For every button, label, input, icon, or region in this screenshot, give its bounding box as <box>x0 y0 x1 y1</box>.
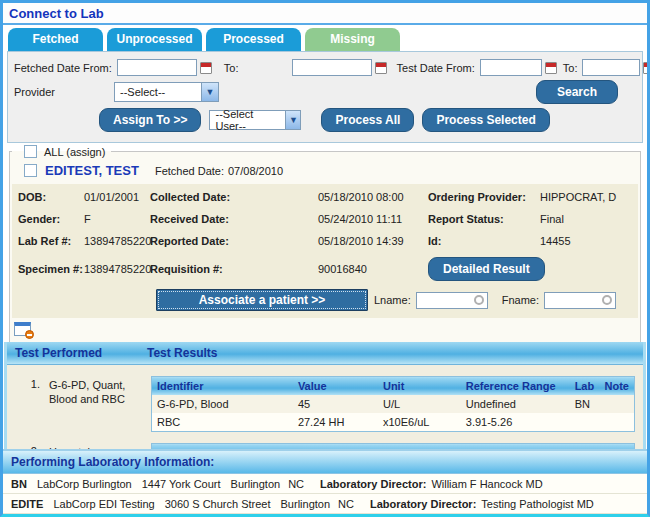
lab-row: BN LabCorp Burlington 1447 York Court Bu… <box>3 474 647 494</box>
test-results-header: Test Results <box>147 346 217 360</box>
test-date-from-label: Test Date From: <box>397 62 475 74</box>
provider-label: Provider <box>14 86 109 98</box>
calendar-icon[interactable] <box>643 62 650 74</box>
collected-date-label: Collected Date: <box>150 191 318 203</box>
fname-label: Fname: <box>502 294 539 306</box>
records-fieldset: ALL (assign) EDITEST, TEST Fetched Date:… <box>9 145 641 342</box>
provider-select-value: --Select-- <box>120 86 165 98</box>
record-details: DOB: 01/01/2001 Collected Date: 05/18/20… <box>12 184 638 318</box>
tab-bar: Fetched Unprocessed Processed Missing <box>3 25 647 51</box>
requisition-label: Requisition #: <box>150 263 318 275</box>
dob-value: 01/01/2001 <box>84 191 150 203</box>
patient-checkbox[interactable] <box>24 164 37 177</box>
tab-processed[interactable]: Processed <box>206 28 301 51</box>
id-value: 14455 <box>540 235 632 247</box>
results-header: Test Performed Test Results <box>7 342 643 365</box>
result-identifier: RBC <box>152 413 293 432</box>
specimen-value: 13894785220 <box>84 263 150 275</box>
tab-unprocessed[interactable]: Unprocessed <box>107 28 202 51</box>
collected-date-value: 05/18/2010 08:00 <box>318 191 428 203</box>
received-date-value: 05/24/2010 11:11 <box>318 213 428 225</box>
fetched-date-from-label: Fetched Date From: <box>14 62 112 74</box>
fetched-date-to-input[interactable] <box>292 59 372 76</box>
lab-address: 1447 York Court <box>142 478 221 490</box>
test-item-1: 1. G-6-PD, Quant, Blood and RBC Identifi… <box>25 376 635 432</box>
calendar-icon[interactable] <box>200 62 212 74</box>
remove-badge-icon <box>25 330 34 339</box>
result-note <box>600 395 635 413</box>
calendar-icon[interactable] <box>545 62 557 74</box>
associate-patient-button[interactable]: Associate a patient >> <box>156 289 368 311</box>
col-note: Note <box>600 377 635 396</box>
assign-to-button[interactable]: Assign To >> <box>99 108 201 132</box>
result-row: RBC 27.24 HH x10E6/uL 3.91-5.26 <box>152 413 635 432</box>
select-user-value: --Select User-- <box>215 108 279 132</box>
col-reference-range: Reference Range <box>461 377 570 396</box>
reported-date-label: Reported Date: <box>150 235 318 247</box>
provider-select[interactable]: --Select-- ▼ <box>114 82 219 102</box>
col-identifier: Identifier <box>152 377 293 396</box>
result-unit: U/L <box>378 395 461 413</box>
chevron-down-icon: ▼ <box>201 83 218 101</box>
page-title: Connect to Lab <box>3 3 647 25</box>
lab-address: 3060 S Church Street <box>165 498 271 510</box>
test-date-from-input[interactable] <box>480 59 542 76</box>
col-lab: Lab <box>570 377 600 396</box>
search-button[interactable]: Search <box>536 80 618 104</box>
lab-code: EDITE <box>11 498 43 510</box>
patient-name[interactable]: EDITEST, TEST <box>45 163 139 178</box>
all-assign-checkbox[interactable] <box>24 145 37 158</box>
tab-fetched[interactable]: Fetched <box>8 28 103 51</box>
received-date-label: Received Date: <box>150 213 318 225</box>
process-selected-button[interactable]: Process Selected <box>422 108 549 132</box>
dob-label: DOB: <box>18 191 84 203</box>
lab-state: NC <box>288 478 304 490</box>
table-header-row: Identifier Value Unit Reference Range La… <box>152 377 635 396</box>
report-status-value: Final <box>540 213 632 225</box>
result-row: G-6-PD, Blood 45 U/L Undefined BN <box>152 395 635 413</box>
patient-row: EDITEST, TEST Fetched Date: 07/08/2010 <box>12 158 638 184</box>
provider-filter-row: Provider --Select-- ▼ Search <box>14 80 636 104</box>
fetched-date-value: 07/08/2010 <box>228 165 283 177</box>
lab-director-name: Testing Pathologist MD <box>481 498 594 510</box>
search-lookup-icon[interactable] <box>602 295 612 305</box>
test-date-to-label: To: <box>563 62 578 74</box>
requisition-value: 90016840 <box>318 263 428 275</box>
lab-director-label: Laboratory Director: <box>320 478 426 490</box>
result-range: Undefined <box>461 395 570 413</box>
fetched-date-from-input[interactable] <box>117 59 197 76</box>
fetched-date-label: Fetched Date: <box>155 165 224 177</box>
select-user-select[interactable]: --Select User-- ▼ <box>209 110 301 130</box>
remove-report-icon[interactable] <box>14 322 31 336</box>
report-status-label: Report Status: <box>428 213 540 225</box>
test-date-to-input[interactable] <box>582 59 640 76</box>
fetched-date-to-label: To: <box>224 62 239 74</box>
lab-city: Burlington <box>281 498 331 510</box>
lab-ref-value: 13894785220 <box>84 235 150 247</box>
date-filter-row: Fetched Date From: To: Test Date From: T… <box>14 59 636 76</box>
result-value: 45 <box>293 395 378 413</box>
reported-date-value: 05/18/2010 14:39 <box>318 235 428 247</box>
performing-lab-section: Performing Laboratory Information: BN La… <box>3 449 647 514</box>
search-lookup-icon[interactable] <box>474 295 484 305</box>
lab-name: LabCorp EDI Testing <box>53 498 154 510</box>
tab-missing[interactable]: Missing <box>305 28 400 51</box>
calendar-icon[interactable] <box>375 62 387 74</box>
record-details-grid: DOB: 01/01/2001 Collected Date: 05/18/20… <box>18 191 632 281</box>
lname-input-wrap <box>416 292 488 309</box>
test-performed-header: Test Performed <box>15 346 147 360</box>
connect-to-lab-window: Connect to Lab Fetched Unprocessed Proce… <box>0 0 650 517</box>
lab-director-name: William F Hancock MD <box>431 478 542 490</box>
process-all-button[interactable]: Process All <box>321 108 414 132</box>
gender-value: F <box>84 213 150 225</box>
lab-ref-label: Lab Ref #: <box>18 235 84 247</box>
test-table-1: Identifier Value Unit Reference Range La… <box>151 376 635 432</box>
result-unit: x10E6/uL <box>378 413 461 432</box>
chevron-down-icon: ▼ <box>285 111 300 129</box>
col-value: Value <box>293 377 378 396</box>
result-note <box>600 413 635 432</box>
id-label: Id: <box>428 235 540 247</box>
detailed-result-button[interactable]: Detailed Result <box>428 257 545 281</box>
ordering-provider-value: HIPPOCRAT, D <box>540 191 632 203</box>
filter-panel: Fetched Date From: To: Test Date From: T… <box>7 51 643 143</box>
